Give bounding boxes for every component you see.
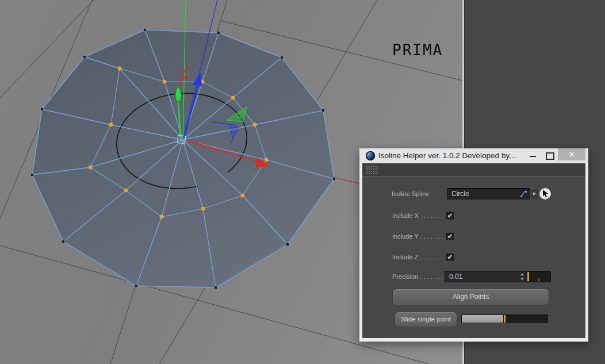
minimize-button[interactable]	[530, 156, 536, 157]
precision-slider[interactable]: 0.01	[445, 271, 551, 282]
align-points-button[interactable]: Align Points	[392, 289, 549, 305]
polygon-disc-mesh[interactable]	[31, 29, 335, 289]
cursor-arrow-icon	[539, 188, 551, 200]
precision-input[interactable]: 0.01	[445, 271, 526, 282]
dialog-title: Isoline Helper ver. 1.0.2 Developed by..…	[378, 148, 515, 163]
include-x-label: Include X . . . . . . .	[392, 212, 443, 219]
viewport-text-label: PRIMA	[392, 41, 443, 59]
include-z-checkbox[interactable]: ✔	[446, 254, 454, 261]
precision-value: 0.01	[449, 271, 462, 282]
spline-dropdown-arrow-button[interactable]	[531, 188, 538, 200]
include-x-checkbox[interactable]: ✔	[446, 212, 454, 220]
slide-single-point-button[interactable]: Slide single point	[395, 312, 457, 327]
isoline-helper-dialog: Isoline Helper ver. 1.0.2 Developed by..…	[359, 148, 588, 342]
precision-slider-handle[interactable]	[527, 272, 529, 281]
close-button[interactable]: ✕	[558, 148, 585, 160]
precision-slider-tick	[538, 278, 539, 281]
app-icon	[366, 151, 375, 160]
include-y-checkbox[interactable]: ✔	[446, 233, 454, 240]
isoline-spline-label: Isoline Spline	[392, 190, 429, 197]
dialog-titlebar[interactable]: Isoline Helper ver. 1.0.2 Developed by..…	[359, 148, 588, 163]
spline-icon	[520, 190, 528, 198]
maximize-button[interactable]	[546, 152, 554, 160]
slide-point-slider[interactable]	[461, 315, 548, 323]
slide-point-slider-fill	[462, 315, 503, 323]
slide-point-slider-handle[interactable]	[504, 315, 506, 323]
isoline-spline-value: Circle	[451, 188, 469, 200]
isoline-spline-field[interactable]: Circle	[447, 188, 530, 200]
precision-label: Precision . . . . . . .	[392, 273, 443, 280]
pick-object-button[interactable]	[539, 188, 551, 200]
dialog-toolbar-strip	[362, 163, 585, 177]
include-z-label: Include Z . . . . . . .	[392, 254, 443, 260]
grip-handle-icon[interactable]	[366, 166, 378, 174]
spinner-icon[interactable]	[520, 273, 525, 281]
include-y-label: Include Y . . . . . . .	[392, 233, 443, 240]
